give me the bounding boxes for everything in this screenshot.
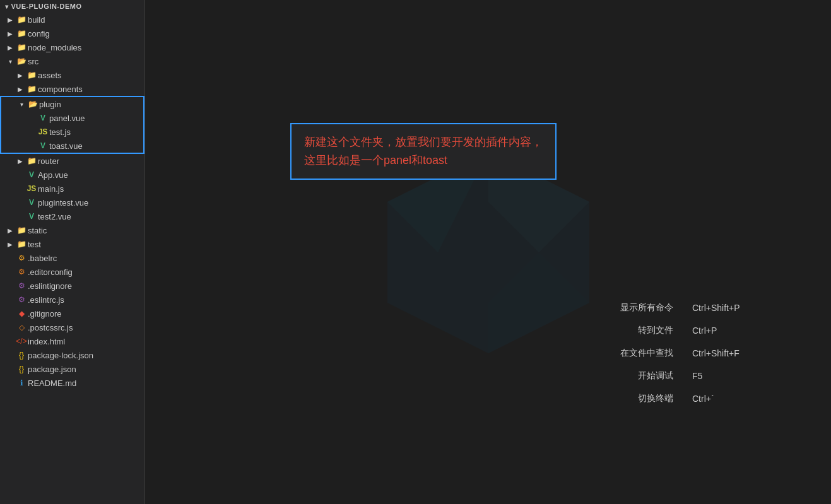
eslint-icon: ⚙ [15, 281, 28, 290]
shortcut-row: 在文件中查找 Ctrl+Shift+F [598, 348, 755, 359]
tree-item-eslintignore[interactable]: ⚙ .eslintignore [0, 279, 144, 293]
folder-arrow-icon: ▶ [5, 227, 15, 234]
shortcut-key: Ctrl+Shift+P [692, 303, 755, 313]
tree-item-postcssrc[interactable]: ◇ .postcssrc.js [0, 320, 144, 334]
tree-item-gitignore[interactable]: ◆ .gitignore [0, 307, 144, 320]
js-icon: JS [37, 127, 49, 136]
tree-item-eslintrc[interactable]: ⚙ .eslintrc.js [0, 293, 144, 307]
item-label: toast.vue [49, 141, 83, 151]
shortcut-row: 切换终端 Ctrl+` [598, 393, 755, 404]
folder-arrow-icon: ▶ [5, 30, 15, 37]
tree-item-plugin[interactable]: ▾ 📂 plugin [1, 97, 143, 111]
tree-item-test[interactable]: ▶ 📁 test [0, 237, 144, 251]
shortcut-label: 切换终端 [598, 393, 673, 404]
shortcut-label: 转到文件 [598, 325, 673, 336]
item-label: .postcssrc.js [28, 323, 73, 332]
shortcut-label: 显示所有命令 [598, 302, 673, 314]
item-label: package-lock.json [28, 351, 93, 360]
tree-item-test2-vue[interactable]: V test2.vue [0, 209, 144, 223]
item-label: test [28, 240, 41, 249]
tree-item-package-json[interactable]: {} package.json [0, 362, 144, 376]
folder-icon: 📂 [15, 57, 28, 66]
shortcut-row: 显示所有命令 Ctrl+Shift+P [598, 302, 755, 314]
folder-arrow-icon: ▶ [15, 86, 25, 93]
item-label: static [28, 226, 47, 235]
tree-item-editorconfig[interactable]: ⚙ .editorconfig [0, 265, 144, 279]
tree-item-components[interactable]: ▶ 📁 components [0, 82, 144, 96]
tree-item-assets[interactable]: ▶ 📁 assets [0, 68, 144, 82]
item-label: .eslintrc.js [28, 295, 64, 305]
item-label: build [28, 15, 45, 25]
vscode-background [145, 0, 831, 504]
vue-icon: V [37, 141, 49, 150]
file-explorer[interactable]: ▾ VUE-PLUGIN-DEMO ▶ 📁 build ▶ 📁 config ▶… [0, 0, 145, 504]
item-label: .babelrc [28, 254, 57, 263]
tree-item-app-vue[interactable]: V App.vue [0, 168, 144, 182]
item-label: main.js [38, 184, 64, 194]
postcss-icon: ◇ [15, 323, 28, 332]
tree-item-babelrc[interactable]: ⚙ .babelrc [0, 251, 144, 265]
folder-icon: 📁 [15, 226, 28, 235]
item-label: test.js [49, 127, 71, 137]
shortcut-label: 开始调试 [598, 370, 673, 382]
tree-item-plugintest-vue[interactable]: V plugintest.vue [0, 196, 144, 209]
folder-icon: 📁 [15, 29, 28, 38]
tree-item-main-js[interactable]: JS main.js [0, 182, 144, 196]
babel-icon: ⚙ [15, 254, 28, 262]
tree-item-src[interactable]: ▾ 📂 src [0, 54, 144, 68]
shortcut-row: 转到文件 Ctrl+P [598, 325, 755, 336]
shortcut-row: 开始调试 F5 [598, 370, 755, 382]
vue-icon: V [25, 212, 38, 221]
shortcut-key: Ctrl+Shift+F [692, 348, 755, 358]
shortcut-key: Ctrl+P [692, 325, 755, 336]
tree-item-toast-vue[interactable]: V toast.vue [1, 139, 143, 153]
tree-item-panel-vue[interactable]: V panel.vue [1, 111, 143, 125]
folder-icon: 📁 [15, 15, 28, 24]
config-icon: ⚙ [15, 267, 28, 276]
item-label: router [38, 156, 59, 166]
tree-item-index-html[interactable]: </> index.html [0, 334, 144, 348]
item-label: index.html [28, 337, 65, 346]
tree-item-test-js[interactable]: JS test.js [1, 125, 143, 139]
project-title: ▾ VUE-PLUGIN-DEMO [0, 0, 144, 13]
vue-icon: V [25, 170, 38, 179]
item-label: README.md [28, 378, 76, 388]
folder-icon: 📂 [27, 100, 39, 108]
folder-icon: 📁 [25, 85, 38, 93]
shortcut-label: 在文件中查找 [598, 348, 673, 359]
tree-item-config[interactable]: ▶ 📁 config [0, 26, 144, 40]
vue-icon: V [37, 114, 49, 122]
shortcuts-panel: 显示所有命令 Ctrl+Shift+P 转到文件 Ctrl+P 在文件中查找 C… [598, 302, 755, 416]
tree-item-router[interactable]: ▶ 📁 router [0, 154, 144, 168]
tree-item-readme[interactable]: ℹ README.md [0, 376, 144, 390]
tree-item-node-modules[interactable]: ▶ 📁 node_modules [0, 40, 144, 54]
tree-item-package-lock[interactable]: {} package-lock.json [0, 348, 144, 362]
folder-arrow-icon: ▶ [5, 16, 15, 23]
item-label: .editorconfig [28, 267, 73, 277]
item-label: node_modules [28, 43, 81, 52]
folder-arrow-icon: ▶ [5, 241, 15, 248]
tree-item-build[interactable]: ▶ 📁 build [0, 13, 144, 26]
tree-item-static[interactable]: ▶ 📁 static [0, 223, 144, 237]
html-icon: </> [15, 337, 28, 346]
item-label: components [38, 85, 83, 94]
item-label: package.json [28, 365, 76, 374]
json-icon: {} [15, 351, 28, 360]
item-label: assets [38, 71, 62, 80]
js-icon: JS [25, 184, 38, 193]
folder-arrow-icon: ▾ [16, 101, 27, 108]
folder-arrow-icon: ▶ [15, 158, 25, 165]
readme-icon: ℹ [15, 378, 28, 387]
folder-icon: 📁 [15, 240, 28, 249]
shortcut-key: F5 [692, 371, 755, 381]
folder-arrow-icon: ▶ [15, 72, 25, 79]
main-area: 新建这个文件夹，放置我们要开发的插件内容，这里比如是一个panel和toast … [145, 0, 831, 504]
git-icon: ◆ [15, 309, 28, 318]
item-label: panel.vue [49, 114, 85, 123]
vue-icon: V [25, 198, 38, 207]
plugin-folder-highlight: ▾ 📂 plugin V panel.vue JS test.js V toas… [0, 96, 144, 154]
item-label: .eslintignore [28, 281, 72, 291]
item-label: src [28, 57, 38, 66]
item-label: config [28, 29, 50, 38]
folder-arrow-icon: ▶ [5, 44, 15, 51]
